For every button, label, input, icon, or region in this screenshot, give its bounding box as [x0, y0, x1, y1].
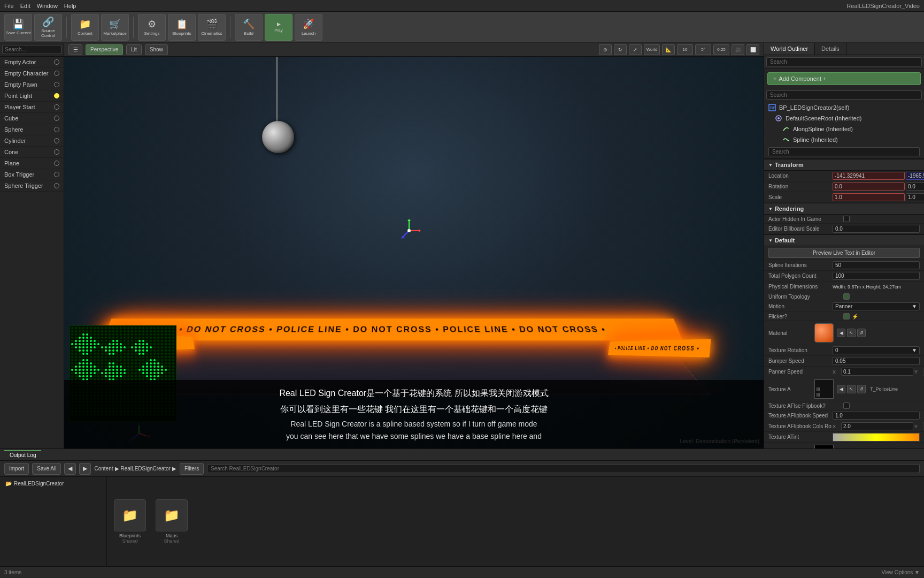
actor-item-empty-actor[interactable]: Empty Actor [0, 57, 64, 68]
component-search-input[interactable] [766, 90, 922, 100]
actor-search-input[interactable] [2, 45, 61, 54]
actor-item-cube[interactable]: Cube [0, 113, 64, 124]
component-default-scene-root[interactable]: DefaultSceneRoot (Inherited) [764, 113, 924, 124]
actor-item-sphere[interactable]: Sphere [0, 124, 64, 135]
material-reset-button[interactable]: ↺ [857, 329, 866, 337]
output-log-tab[interactable]: Output Log [4, 450, 41, 459]
window-menu[interactable]: Window [37, 3, 58, 9]
filters-button[interactable]: Filters [180, 463, 204, 475]
actor-item-cylinder[interactable]: Cylinder [0, 135, 64, 147]
build-button[interactable]: 🔨 Build [235, 14, 263, 41]
rotation-x-input[interactable] [833, 182, 905, 191]
location-y-input[interactable] [906, 172, 924, 180]
flicker-checkbox[interactable] [843, 313, 850, 320]
scale-snap-button[interactable]: 0.25 [713, 44, 729, 55]
marketplace-button[interactable]: 🛒 Marketplace [101, 14, 129, 41]
cb-tree-creator-item[interactable]: 📂 RealLEDSignCreator [2, 479, 104, 488]
texture-rotation-dropdown[interactable]: 0 ▼ [833, 346, 920, 354]
outliner-search-input[interactable] [766, 57, 922, 66]
content-path-label[interactable]: Content [94, 466, 113, 471]
tab-world-outliner[interactable]: World Outliner [764, 43, 815, 55]
source-control-button[interactable]: 🔗 Source Control [34, 14, 62, 41]
viewport-canvas[interactable]: • DO NOT CROSS • POLICE LINE • DO NOT CR… [64, 57, 764, 448]
scale-y-input[interactable] [906, 193, 924, 201]
file-menu[interactable]: File [4, 3, 14, 9]
material-label: Material [768, 330, 811, 336]
component-along-spline[interactable]: AlongSpline (Inherited) [764, 124, 924, 134]
nav-back-button[interactable]: ◀ [64, 463, 76, 475]
actor-item-empty-character[interactable]: Empty Character [0, 68, 64, 79]
cb-item-maps[interactable]: 📁 Maps Shared [153, 499, 190, 544]
cinematics-button[interactable]: 🎬 Cinematics [198, 14, 226, 41]
rotation-y-input[interactable] [906, 182, 924, 191]
nav-forward-button[interactable]: ▶ [79, 463, 91, 475]
actor-item-plane[interactable]: Plane [0, 158, 64, 169]
preview-live-text-button[interactable]: Preview Live Text in Editor [768, 248, 920, 258]
panner-x-input[interactable] [841, 368, 913, 376]
surface-snap-button[interactable]: 📐 [662, 44, 675, 55]
actor-item-sphere-trigger[interactable]: Sphere Trigger [0, 180, 64, 192]
viewport-options-button[interactable]: ☰ [68, 44, 82, 55]
bumper-speed-input[interactable] [833, 357, 920, 365]
led-tape-right-text: • POLICE LINE • DO NOT CROSS • [614, 345, 700, 352]
texture-a-speed-input[interactable] [833, 412, 920, 420]
scale-x-input[interactable] [833, 193, 905, 201]
uniform-topology-checkbox[interactable] [843, 293, 850, 300]
perspective-mode-button[interactable]: Perspective [86, 44, 123, 55]
location-x-input[interactable] [833, 172, 905, 180]
help-menu[interactable]: Help [64, 3, 76, 9]
texture-b-preview[interactable] [814, 445, 834, 448]
texture-a-browse-button[interactable]: ◀ [837, 385, 845, 393]
save-all-button[interactable]: Save All [32, 463, 61, 475]
actor-item-box-trigger[interactable]: Box Trigger [0, 169, 64, 180]
transform-section-header[interactable]: ▼ Transform [764, 159, 924, 171]
actor-item-player-start[interactable]: Player Start [0, 102, 64, 113]
texture-a-reset-button[interactable]: ↺ [857, 385, 866, 393]
translate-button[interactable]: ⊕ [599, 44, 612, 55]
add-component-button[interactable]: + Add Component + [767, 72, 921, 85]
launch-button[interactable]: 🚀 Launch [295, 14, 322, 41]
play-button[interactable]: ▶ Play [265, 14, 292, 41]
tab-details[interactable]: Details [815, 43, 846, 55]
billboard-scale-input[interactable] [833, 225, 920, 233]
texture-a-cols-x-input[interactable] [841, 422, 913, 430]
save-current-button[interactable]: 💾 Save Current [4, 14, 32, 41]
cb-item-blueprints[interactable]: 📁 Blueprints Shared [111, 499, 149, 544]
component-self[interactable]: BP BP_LEDSignCreator2(self) [764, 102, 924, 113]
sublocation-label[interactable]: RealLEDSignCreator [121, 466, 171, 471]
settings-button[interactable]: ⚙ Settings [138, 14, 166, 41]
rotate-button[interactable]: ↻ [614, 44, 627, 55]
texture-atint-gradient[interactable] [833, 433, 920, 442]
material-preview-swatch[interactable] [814, 323, 834, 343]
content-button[interactable]: 📁 Content [71, 14, 99, 41]
spline-iterations-input[interactable] [833, 261, 920, 269]
actor-item-empty-pawn[interactable]: Empty Pawn [0, 79, 64, 90]
view-options-label[interactable]: View Options ▼ [882, 569, 920, 575]
polygon-count-input[interactable] [833, 272, 920, 280]
actor-hidden-checkbox[interactable] [843, 216, 850, 222]
lit-mode-button[interactable]: Lit [126, 44, 142, 55]
component-spline[interactable]: Spline (Inherited) [764, 134, 924, 145]
camera-speed-button[interactable]: 🎥 [732, 44, 744, 55]
edit-menu[interactable]: Edit [20, 3, 30, 9]
properties-search-input[interactable] [768, 147, 920, 156]
material-use-button[interactable]: ↖ [847, 329, 856, 337]
show-button[interactable]: Show [145, 44, 168, 55]
content-search-input[interactable] [207, 464, 920, 473]
material-browse-button[interactable]: ◀ [837, 329, 845, 337]
motion-dropdown[interactable]: Panner ▼ [833, 302, 920, 310]
blueprints-button[interactable]: 📋 Blueprints [168, 14, 196, 41]
actor-item-cone[interactable]: Cone [0, 147, 64, 158]
rendering-section-header[interactable]: ▼ Rendering [764, 203, 924, 215]
world-local-button[interactable]: World [644, 44, 660, 55]
texture-a-preview[interactable]: |||| |||| [814, 379, 834, 399]
maximize-button[interactable]: ⬜ [746, 44, 759, 55]
actor-item-point-light[interactable]: Point Light [0, 90, 64, 102]
rotate-snap-button[interactable]: 5° [695, 44, 711, 55]
texture-a-use-button[interactable]: ↖ [847, 385, 856, 393]
grid-snap-button[interactable]: 10 [677, 44, 693, 55]
default-section-header[interactable]: ▼ Default [764, 234, 924, 246]
texture-a-flipbook-checkbox[interactable] [843, 402, 850, 409]
import-button[interactable]: Import [4, 463, 29, 475]
scale-button[interactable]: ⤢ [629, 44, 642, 55]
